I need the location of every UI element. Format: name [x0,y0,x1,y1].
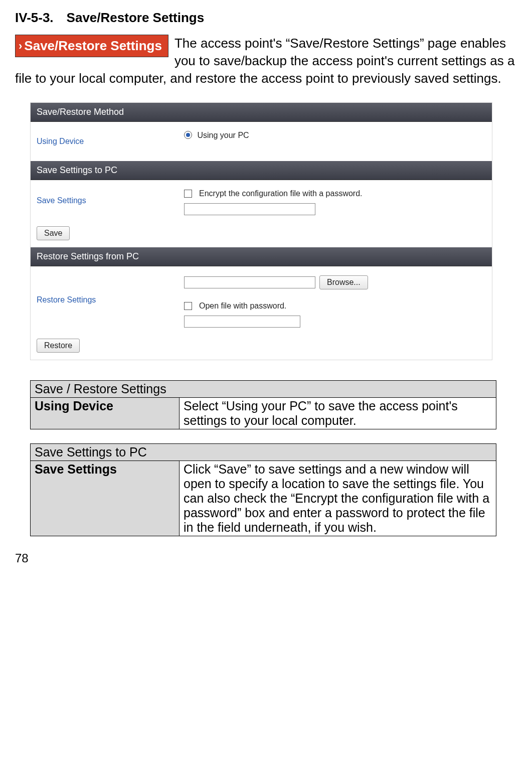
table1-row-desc: Select “Using your PC” to save the acces… [180,398,496,429]
table1-row-label: Using Device [31,398,180,429]
restore-button[interactable]: Restore [37,339,80,353]
table-save-settings-pc: Save Settings to PC Save Settings Click … [30,443,496,536]
table1-title: Save / Restore Settings [31,381,496,398]
page-number: 78 [15,551,517,565]
panel-header-save: Save Settings to PC [31,161,492,180]
checkbox-encrypt[interactable] [184,190,192,198]
method-left-label: Using Device [31,122,178,161]
checkbox-open-password-label: Open file with password. [199,301,286,311]
restore-left-label: Restore Settings [31,266,178,334]
restore-file-input[interactable] [184,276,315,288]
browse-button[interactable]: Browse... [319,275,368,289]
save-left-label: Save Settings [31,180,178,221]
settings-panel: Save/Restore Method Using Device Using y… [30,102,492,360]
open-password-input[interactable] [184,316,300,328]
panel-header-restore: Restore Settings from PC [31,247,492,266]
section-heading: IV-5-3. Save/Restore Settings [15,10,517,26]
checkbox-encrypt-label: Encrypt the configuration file with a pa… [199,189,363,198]
table2-row-desc: Click “Save” to save settings and a new … [180,461,496,536]
table2-title: Save Settings to PC [31,444,496,461]
panel-header-method: Save/Restore Method [31,103,492,122]
encrypt-password-input[interactable] [184,203,315,215]
table2-row-label: Save Settings [31,461,180,536]
nav-badge-label: Save/Restore Settings [24,38,162,53]
checkbox-open-password[interactable] [184,302,192,310]
radio-using-pc-label: Using your PC [197,131,249,139]
nav-badge-save-restore: ›Save/Restore Settings [15,35,168,57]
table-save-restore-settings: Save / Restore Settings Using Device Sel… [30,380,496,429]
chevron-right-icon: › [19,40,22,52]
radio-using-pc[interactable] [184,131,192,139]
save-button[interactable]: Save [37,226,70,240]
